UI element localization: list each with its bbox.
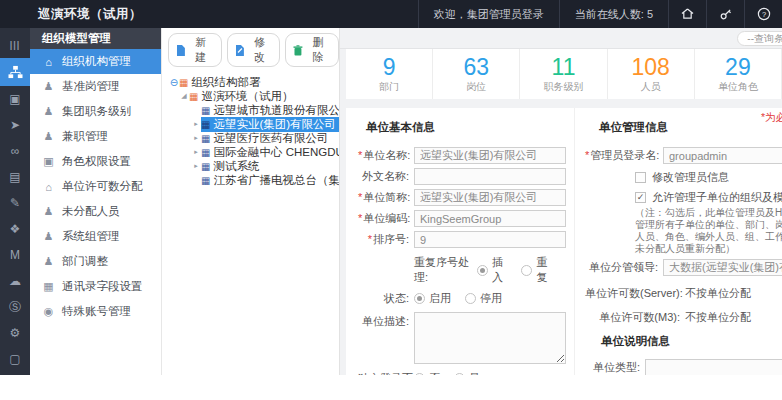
key-icon[interactable] xyxy=(706,0,744,28)
basic-info-section: 单位基本信息 *单位名称: 外文名称: *单位简称: *单位编码: xyxy=(346,108,574,375)
sidebar-item-label: 角色权限设置 xyxy=(62,154,131,169)
field-label: *单位名称: xyxy=(358,148,414,163)
tree-node-company[interactable]: ▦远望城市轨道股份有限公司 xyxy=(167,103,339,117)
expand-icon[interactable]: ◢ xyxy=(179,92,189,100)
company-icon: ▦ xyxy=(201,161,210,172)
home-icon[interactable] xyxy=(668,0,706,28)
note-line: 人员、角色、编外人员、组、工作范围、 xyxy=(635,231,782,243)
main-row: ||| ▣ ➤ ∞ ▤ ✎ ❖ M ☁ Ⓢ ⚙ ▢ 组织模型管理 ⌂ 组织机构管… xyxy=(0,28,782,375)
radio-option-no[interactable]: 否 xyxy=(414,371,440,375)
collapse-icon[interactable]: ⊖ xyxy=(169,77,179,88)
topbar-title: 巡演环境（试用） xyxy=(0,0,142,28)
library-icon[interactable]: ▤ xyxy=(0,164,30,190)
send-icon[interactable]: ➤ xyxy=(0,112,30,138)
expand-icon[interactable]: ▸ xyxy=(191,162,201,170)
modify-admin-checkbox-row[interactable]: 修改管理员信息 xyxy=(635,170,782,185)
org-tree-panel: 新建 修改 删除 ⊖ ▦组织结构部署 ◢ ▦巡演环境（试用） xyxy=(162,28,340,375)
radio-icon[interactable] xyxy=(414,373,425,375)
sidebar-item-special-accounts[interactable]: ◉ 特殊账号管理 xyxy=(30,299,161,324)
radio-icon[interactable] xyxy=(465,293,476,304)
svg-text:?: ? xyxy=(761,10,765,19)
radio-icon[interactable] xyxy=(414,293,425,304)
help-icon[interactable]: ? xyxy=(744,0,782,28)
sidebar-item-department-adjust[interactable]: ♟ 部门调整 xyxy=(30,249,161,274)
radio-option-enabled[interactable]: 启用 xyxy=(414,291,451,306)
query-conditions-button[interactable]: --查询条件 xyxy=(737,31,782,46)
sidebar-item-license-allocation[interactable]: ⌂ 单位许可数分配 xyxy=(30,174,161,199)
field-label: *排序号: xyxy=(358,232,414,247)
tree-node-company-selected[interactable]: ▸ ▦远望实业(集团)有限公司 xyxy=(167,117,339,131)
stat-label: 岗位 xyxy=(466,80,486,94)
radio-icon[interactable] xyxy=(477,265,488,276)
link-icon[interactable]: ∞ xyxy=(0,138,30,164)
stat-card-people[interactable]: 108 人员 xyxy=(608,49,695,99)
sidebar-item-benchmark-post[interactable]: ♟ 基准岗管理 xyxy=(30,74,161,99)
gear-icon[interactable]: ⚙ xyxy=(0,320,30,346)
menu-columns-icon[interactable]: ||| xyxy=(0,32,30,58)
radio-option-insert[interactable]: 插入 xyxy=(477,255,508,285)
unit-code-field[interactable] xyxy=(414,210,566,227)
org-tree: ⊖ ▦组织结构部署 ◢ ▦巡演环境（试用） ▦远望城市轨道股份有限公司 ▸ ▦远… xyxy=(162,71,339,187)
sidebar-item-part-time[interactable]: ♟ 兼职管理 xyxy=(30,124,161,149)
letter-m-icon[interactable]: M xyxy=(0,242,30,268)
tree-node-company[interactable]: ▸ ▦远望医疗医药有限公司 xyxy=(167,131,339,145)
stat-card-job-levels[interactable]: 11 职务级别 xyxy=(520,49,607,99)
sort-number-field[interactable] xyxy=(414,231,566,248)
stat-value: 9 xyxy=(383,55,396,79)
radio-option-duplicate[interactable]: 重复 xyxy=(521,255,552,285)
tree-node-company[interactable]: ▦江苏省广播电视总台（集团） xyxy=(167,173,339,187)
sidebar-item-role-permission[interactable]: ▣ 角色权限设置 xyxy=(30,149,161,174)
radio-option-disabled[interactable]: 停用 xyxy=(465,291,502,306)
sidebar-item-contact-fields[interactable]: ▦ 通讯录字段设置 xyxy=(30,274,161,299)
unit-form: 单位基本信息 *单位名称: 外文名称: *单位简称: *单位编码: xyxy=(346,108,782,375)
admin-login-field[interactable] xyxy=(663,147,782,164)
edit-button[interactable]: 修改 xyxy=(227,33,281,67)
unit-description-field[interactable] xyxy=(414,312,566,364)
delete-button[interactable]: 删除 xyxy=(285,33,339,67)
chat-bubble-icon[interactable]: ☁ xyxy=(0,268,30,294)
expand-icon[interactable]: ▸ xyxy=(191,134,201,142)
brush-icon[interactable]: ✎ xyxy=(0,190,30,216)
field-label: 单位描述: xyxy=(358,312,414,329)
gallery-icon[interactable]: ▣ xyxy=(0,86,30,112)
company-icon: ▦ xyxy=(201,147,210,158)
radio-icon[interactable] xyxy=(454,373,465,375)
foreign-name-field[interactable] xyxy=(414,168,566,185)
allow-manage-sub-units-checkbox-row[interactable]: ✓ 允许管理子单位的组织及模型 xyxy=(635,190,782,205)
s-badge-icon[interactable]: Ⓢ xyxy=(0,294,30,320)
monitor-icon[interactable]: ▢ xyxy=(0,346,30,372)
sidebar-item-org-management[interactable]: ⌂ 组织机构管理 xyxy=(30,49,161,74)
expand-icon[interactable]: ▸ xyxy=(191,120,201,128)
stat-card-positions[interactable]: 63 岗位 xyxy=(433,49,520,99)
sidebar-item-system-groups[interactable]: ♟ 系统组管理 xyxy=(30,224,161,249)
new-button[interactable]: 新建 xyxy=(168,33,222,67)
sidebar-item-job-levels[interactable]: ♟ 集团职务级别 xyxy=(30,99,161,124)
tree-node-company[interactable]: ▸ ▦测试系统 xyxy=(167,159,339,173)
sidebar-item-label: 组织机构管理 xyxy=(62,54,131,69)
unit-type-field[interactable] xyxy=(645,359,782,375)
contact-field-icon: ▦ xyxy=(42,280,55,293)
unassigned-person-icon: ♟ xyxy=(42,205,55,218)
online-count: 当前在线人数: 5 xyxy=(559,0,668,28)
unit-leader-field[interactable] xyxy=(663,259,782,276)
clover-icon[interactable]: ❖ xyxy=(0,216,30,242)
tree-node-company[interactable]: ▸ ▦国际金融中心 CHENGDU IFS xyxy=(167,145,339,159)
field-label: 重复序号处理: xyxy=(414,255,471,285)
company-icon: ▦ xyxy=(201,175,210,186)
new-button-label: 新建 xyxy=(190,35,212,65)
tree-node-environment[interactable]: ◢ ▦巡演环境（试用） xyxy=(167,89,339,103)
radio-icon[interactable] xyxy=(521,265,532,276)
radio-option-yes[interactable]: 是 xyxy=(454,371,480,375)
stat-card-departments[interactable]: 9 部门 xyxy=(346,49,433,99)
unit-short-name-field[interactable] xyxy=(414,189,566,206)
stat-card-unit-roles[interactable]: 29 单位角色 xyxy=(695,49,782,99)
org-structure-icon[interactable] xyxy=(0,58,30,86)
checkbox-checked-icon[interactable]: ✓ xyxy=(635,192,646,203)
unit-name-field[interactable] xyxy=(414,147,566,164)
role-permission-icon: ▣ xyxy=(42,155,55,168)
sidebar-item-unassigned-people[interactable]: ♟ 未分配人员 xyxy=(30,199,161,224)
checkbox-unchecked-icon[interactable] xyxy=(635,172,646,183)
topbar-spacer xyxy=(142,0,418,28)
tree-node-root[interactable]: ⊖ ▦组织结构部署 xyxy=(167,75,339,89)
expand-icon[interactable]: ▸ xyxy=(191,148,201,156)
